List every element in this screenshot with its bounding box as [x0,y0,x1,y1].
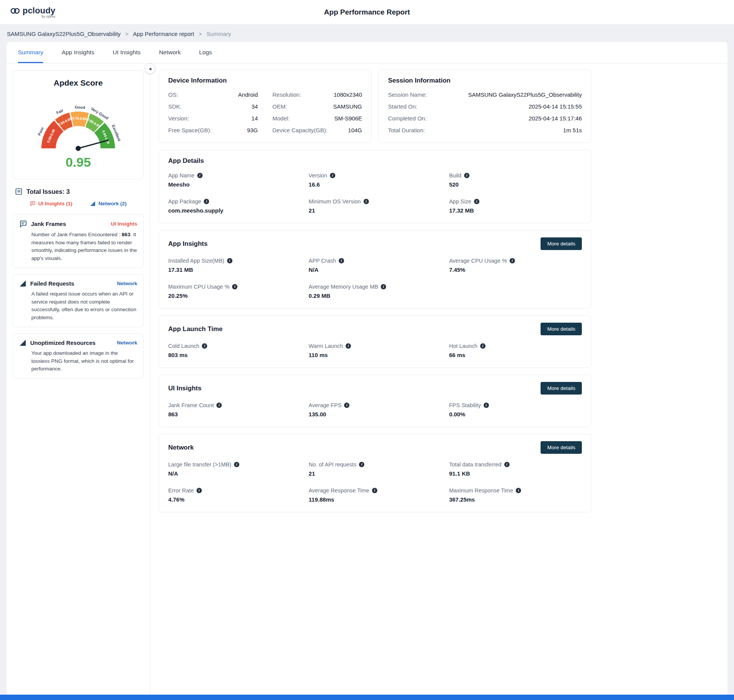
device-oem: OEM:SAMSUNG [273,103,362,110]
metric-label: Hot Launch [449,343,477,349]
card-title: App Insights [168,240,208,248]
metric-maximum-response-time: Maximum Response Timei 367.25ms [449,487,582,503]
issue-category-link[interactable]: Network [117,340,137,346]
metric-jank-frame-count: Jank Frame Counti 863 [168,402,301,417]
app-launch-more-details-button[interactable]: More details [541,323,582,335]
info-icon[interactable]: i [464,173,469,178]
metric-app-name: App Namei Meesho [168,172,301,188]
metric-label: Average Memory Usage MB [309,284,378,290]
metric-minimum-os-version: Minimum OS Versioni 21 [309,198,441,214]
gauge-label-poor: Poor [37,126,45,136]
info-icon[interactable]: i [227,258,232,263]
info-icon[interactable]: i [480,343,486,349]
info-icon[interactable]: i [510,258,515,263]
card-title: App Details [168,157,204,165]
metric-average-response-time: Average Response Timei 119.88ms [309,487,441,503]
kv-label: Model: [273,115,290,122]
kv-label: Session Name: [388,91,427,98]
metric-label: Minimum OS Version [309,198,361,205]
tab-app-insights[interactable]: App Insights [62,42,94,63]
info-icon[interactable]: i [504,462,510,467]
sidebar: ◀ Apdex Score 0.00-0.49 0.50-0.69 0.70-0… [6,63,150,695]
tab-summary[interactable]: Summary [18,42,43,63]
metric-fps-stability: FPS Stabilityi 0.00% [449,402,582,417]
app-insights-card: App Insights More details Installed App … [159,230,591,309]
metric-label: App Name [168,172,195,179]
kv-value: 1080x2340 [334,91,362,98]
kv-label: Version: [168,115,189,122]
info-icon[interactable]: i [372,488,377,493]
network-more-details-button[interactable]: More details [541,441,582,454]
breadcrumb: SAMSUNG GalaxyS22Plus5G_Observability > … [0,24,734,42]
metric-cold-launch: Cold Launchi 803 ms [168,343,301,358]
issue-category-link[interactable]: UI Insights [111,221,137,227]
info-icon[interactable]: i [196,488,202,493]
filter-network[interactable]: Network (2) [90,201,127,206]
info-icon[interactable]: i [364,199,369,204]
info-icon[interactable]: i [197,173,203,178]
issue-description: Number of Jank Frames Encountered : 863.… [31,231,137,262]
sidebar-collapse-button[interactable]: ◀ [145,63,155,74]
apdex-score-value: 0.95 [17,155,140,170]
device-resolution: Resolution:1080x2340 [273,91,362,98]
info-icon[interactable]: i [516,488,521,493]
metric-value: 0.29 MB [309,292,441,299]
metric-label: APP Crash [309,258,336,264]
metric-app-version: Versioni 16.6 [309,172,441,188]
info-icon[interactable]: i [204,199,209,204]
tab-ui-insights[interactable]: UI Insights [113,42,141,63]
desc-text: Number of Jank Frames Encountered : [31,232,122,237]
metric-value: Meesho [168,181,301,188]
kv-label: Completed On: [388,115,427,122]
kv-value: 2025-04-14 15:17:46 [529,115,582,122]
metric-label: No. of API requests [309,461,356,468]
info-icon[interactable]: i [474,199,479,204]
tab-bar: Summary App Insights UI Insights Network… [6,42,728,63]
info-icon[interactable]: i [232,284,237,289]
device-sdk: SDK:34 [168,103,258,110]
metric-hot-launch: Hot Launchi 66 ms [449,343,582,358]
main-content: Device Information OS:Android Resolution… [150,63,728,695]
metric-value: 91.1 KB [449,470,582,477]
issue-card-failed-requests: Failed Requests Network A failed request… [13,274,144,327]
metric-value: 4.76% [168,496,301,503]
info-icon[interactable]: i [234,462,239,467]
info-icon[interactable]: i [346,343,351,349]
metric-label: Average CPU Usage % [449,258,507,264]
breadcrumb-report[interactable]: App Performance report [133,31,194,37]
desc-bold-value: 863 [122,232,130,237]
kv-value: 1m 51s [563,127,582,133]
info-icon[interactable]: i [216,403,222,408]
device-os: OS:Android [168,91,258,98]
info-icon[interactable]: i [484,403,489,408]
info-icon[interactable]: i [330,173,335,178]
ui-insights-more-details-button[interactable]: More details [541,382,582,395]
device-version: Version:14 [168,115,258,122]
ui-insights-card: UI Insights More details Jank Frame Coun… [159,375,591,427]
issues-list-icon [15,188,23,195]
breadcrumb-session[interactable]: SAMSUNG GalaxyS22Plus5G_Observability [7,31,121,37]
metric-value: com.meesho.supply [168,207,301,214]
app-insights-more-details-button[interactable]: More details [541,237,582,250]
metric-value: 7.45% [449,266,582,273]
info-icon[interactable]: i [339,258,344,263]
metric-api-requests: No. of API requestsi 21 [309,461,441,477]
info-icon[interactable]: i [381,284,386,289]
kv-label: Total Duration: [388,127,425,133]
tab-logs[interactable]: Logs [199,42,212,63]
issue-category-link[interactable]: Network [117,281,137,286]
info-icon[interactable]: i [344,403,349,408]
info-icon[interactable]: i [202,343,207,349]
metric-warm-launch: Warm Launchi 110 ms [309,343,441,358]
filter-ui-insights[interactable]: UI Insights (1) [30,201,72,206]
info-icon[interactable]: i [359,462,364,467]
metric-label: Average FPS [309,402,341,408]
session-name: Session Name:SAMSUNG GalaxyS22Plus5G_Obs… [388,91,582,98]
metric-label: Installed App Size(MB) [168,258,224,264]
metric-value: 520 [449,181,582,188]
metric-value: 135.00 [309,411,441,417]
tab-network[interactable]: Network [159,42,181,63]
pcloudy-logo[interactable]: pcloudy by opkey [10,6,55,18]
gauge-label-good: Good [75,105,85,110]
metric-value: 0.00% [449,411,582,417]
